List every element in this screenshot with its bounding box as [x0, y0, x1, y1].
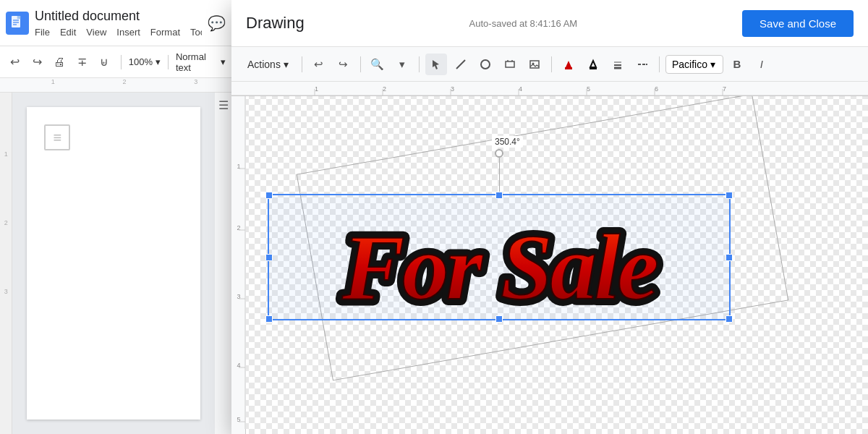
- for-sale-content: For Sale For Sale: [269, 195, 729, 319]
- italic-button[interactable]: I: [751, 54, 773, 75]
- font-name: Pacifico: [672, 59, 707, 70]
- actions-button[interactable]: Actions ▾: [240, 54, 296, 75]
- rotation-label: 350.4°: [492, 136, 523, 148]
- docs-page-area: 1 2 3 ≡ ☰: [0, 93, 231, 434]
- menu-file[interactable]: File: [35, 27, 50, 38]
- shape-tool-button[interactable]: [475, 54, 496, 75]
- svg-text:4: 4: [519, 85, 522, 93]
- draw-redo-button[interactable]: ↪: [333, 54, 354, 75]
- toolbar-div-3: [419, 56, 420, 72]
- menu-insert[interactable]: Insert: [116, 27, 140, 38]
- svg-text:3: 3: [451, 85, 454, 93]
- vertical-ruler: 1 2 3 4 5: [231, 96, 246, 434]
- toolbar-div-2: [360, 56, 361, 72]
- zoom-dropdown-button[interactable]: ▾: [391, 54, 413, 75]
- drawing-toolbar: Actions ▾ ↩ ↪ 🔍 ▾: [231, 47, 868, 82]
- style-value: Normal text: [176, 51, 218, 73]
- drawing-ruler: 1 2 3 4 5 6 7: [231, 82, 868, 96]
- chat-icon[interactable]: 💬: [208, 14, 226, 32]
- drawing-canvas[interactable]: 1 2 3 4 5 6 7 35: [231, 82, 868, 434]
- docs-topbar: Untitled document File Edit View Insert …: [0, 0, 231, 46]
- zoom-value: 100%: [129, 56, 153, 67]
- border-weight-button[interactable]: [607, 54, 629, 75]
- paintformat-button[interactable]: ⊌: [95, 52, 114, 72]
- svg-rect-39: [231, 96, 246, 429]
- docs-title-area: Untitled document File Edit View Insert …: [35, 9, 202, 38]
- border-dash-button[interactable]: [631, 54, 653, 75]
- image-tool-button[interactable]: [524, 54, 545, 75]
- for-sale-svg: For Sale For Sale: [271, 197, 727, 317]
- save-close-button[interactable]: Save and Close: [742, 10, 854, 37]
- toolbar-div-4: [551, 56, 552, 72]
- select-tool-button[interactable]: [425, 54, 447, 75]
- rotation-handle[interactable]: [495, 149, 503, 158]
- page-doc-icon: ≡: [44, 124, 70, 150]
- docs-background: Untitled document File Edit View Insert …: [0, 0, 231, 434]
- menu-tools[interactable]: Too...: [190, 27, 202, 38]
- margin-num-1: 1: [4, 150, 8, 158]
- textbox-tool-button[interactable]: [499, 54, 521, 75]
- selection-box: For Sale For Sale: [268, 194, 731, 320]
- margin-num-2: 2: [4, 219, 8, 226]
- docs-menu: File Edit View Insert Format Too...: [35, 27, 202, 38]
- toolbar-div-1: [302, 56, 302, 72]
- fill-color-button[interactable]: [558, 54, 579, 75]
- svg-rect-11: [530, 61, 539, 68]
- margin-num-3: 3: [4, 288, 8, 295]
- svg-text:2: 2: [383, 85, 386, 93]
- autosaved-status: Auto-saved at 8:41:16 AM: [316, 18, 731, 29]
- svg-rect-8: [506, 61, 514, 67]
- menu-format[interactable]: Format: [150, 27, 180, 38]
- ruler-mark-3: 3: [194, 78, 197, 85]
- font-chevron: ▾: [710, 59, 715, 70]
- svg-text:For Sale: For Sale: [341, 215, 657, 317]
- zoom-in-button[interactable]: 🔍: [367, 54, 388, 75]
- drawing-modal: Drawing Auto-saved at 8:41:16 AM Save an…: [231, 0, 868, 434]
- menu-edit[interactable]: Edit: [60, 27, 76, 38]
- docs-page-wrapper: ≡: [12, 93, 215, 434]
- docs-toolbar: ↩ ↪ 🖨 ∓ ⊌ 100% ▾ Normal text ▾: [0, 46, 231, 78]
- border-color-button[interactable]: [582, 54, 604, 75]
- undo-button[interactable]: ↩: [6, 52, 24, 72]
- zoom-chevron: ▾: [156, 56, 161, 67]
- toolbar-div-5: [659, 56, 660, 72]
- docs-app-icon: [6, 12, 29, 35]
- docs-ruler: 1 2 3: [0, 78, 231, 93]
- actions-label: Actions: [247, 59, 281, 70]
- zoom-selector[interactable]: 100% ▾: [129, 56, 161, 67]
- print-button[interactable]: 🖨: [51, 52, 69, 72]
- ruler-mark-1: 1: [51, 78, 55, 85]
- actions-chevron: ▾: [284, 59, 289, 70]
- svg-text:6: 6: [655, 85, 658, 93]
- text-box-container[interactable]: 350.4°: [268, 194, 731, 320]
- docs-page: ≡: [27, 107, 200, 420]
- svg-rect-21: [231, 82, 868, 96]
- toolbar-divider-1: [121, 55, 122, 69]
- margin-numbers: 1 2 3: [0, 93, 12, 434]
- svg-text:5: 5: [587, 85, 590, 93]
- toolbar-divider-2: [168, 55, 169, 69]
- style-chevron: ▾: [221, 56, 226, 67]
- drawing-header: Drawing Auto-saved at 8:41:16 AM Save an…: [231, 0, 868, 47]
- redo-button[interactable]: ↪: [28, 52, 46, 72]
- font-selector[interactable]: Pacifico ▾: [665, 55, 723, 74]
- spellcheck-button[interactable]: ∓: [73, 52, 91, 72]
- svg-line-6: [456, 60, 465, 69]
- docs-title: Untitled document: [35, 9, 202, 24]
- rotation-line: [499, 158, 500, 194]
- bold-button[interactable]: B: [726, 54, 748, 75]
- menu-view[interactable]: View: [86, 27, 106, 38]
- ruler-mark-2: 2: [122, 78, 126, 85]
- svg-rect-1: [17, 16, 20, 19]
- line-tool-button[interactable]: [450, 54, 472, 75]
- docs-sidebar: ☰: [215, 93, 231, 434]
- style-selector[interactable]: Normal text ▾: [176, 51, 226, 73]
- outline-icon[interactable]: ☰: [218, 98, 229, 112]
- drawing-title: Drawing: [246, 14, 305, 33]
- svg-point-7: [481, 60, 490, 69]
- svg-text:1: 1: [315, 85, 318, 93]
- svg-text:7: 7: [723, 85, 726, 93]
- draw-undo-button[interactable]: ↩: [308, 54, 330, 75]
